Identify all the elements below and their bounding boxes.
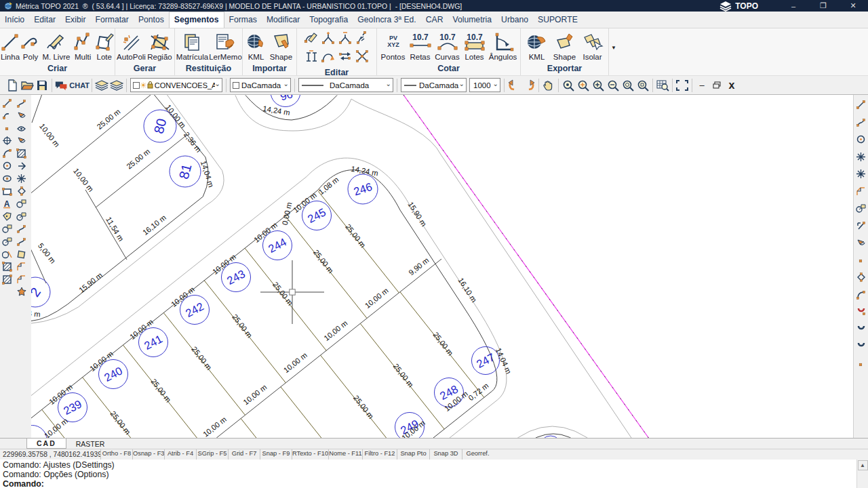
svg-text:10,00 m: 10,00 m [322,319,349,342]
svg-text:9,90 m: 9,90 m [407,256,430,277]
svg-text:15,90 m: 15,90 m [406,201,428,228]
svg-text:14,04 m: 14,04 m [199,160,216,188]
svg-text:25,00 m: 25,00 m [125,147,151,171]
svg-text:25,00 m: 25,00 m [392,362,415,388]
svg-text:25,00 m: 25,00 m [95,107,121,131]
svg-text:25,00 m: 25,00 m [231,312,254,339]
svg-text:16,10 m: 16,10 m [141,214,167,237]
svg-text:10.7: 10.7 [467,33,483,42]
svg-text:10,00 m: 10,00 m [43,417,69,438]
svg-text:25,00 m: 25,00 m [190,345,213,371]
svg-text:25,00 m: 25,00 m [344,222,367,249]
svg-text:239: 239 [62,397,84,417]
svg-text:80: 80 [151,117,169,135]
svg-text:1,08 m: 1,08 m [317,176,340,197]
svg-text:15,90 m: 15,90 m [77,271,104,295]
svg-text:PV: PV [389,35,397,41]
svg-text:240: 240 [102,364,125,384]
svg-text:XYZ: XYZ [387,41,399,48]
svg-text:241: 241 [142,332,165,352]
svg-text:10.7: 10.7 [412,33,429,42]
svg-text:10.7: 10.7 [439,33,456,42]
svg-text:4 m: 4 m [31,309,41,318]
svg-text:14,24 m: 14,24 m [262,104,291,117]
svg-text:246: 246 [352,180,374,198]
svg-text:10,00 m: 10,00 m [38,122,61,148]
svg-text:2,36 m: 2,36 m [182,130,203,153]
svg-text:245: 245 [306,205,328,225]
svg-text:244: 244 [267,235,289,255]
svg-text:14,04 m: 14,04 m [494,346,513,375]
svg-text:25,00 m: 25,00 m [149,378,172,404]
svg-text:2: 2 [31,285,43,300]
svg-text:25,00 m: 25,00 m [312,248,335,274]
svg-text:247: 247 [475,350,497,370]
svg-text:10,00 m: 10,00 m [241,383,268,407]
svg-text:0,72 m: 0,72 m [467,382,490,403]
svg-text:81: 81 [176,162,194,180]
svg-text:11,54 m: 11,54 m [104,216,125,243]
svg-text:5,00 m: 5,00 m [37,241,58,264]
svg-text:96: 96 [279,95,294,102]
svg-text:10,00 m: 10,00 m [282,351,309,375]
svg-text:16,10 m: 16,10 m [456,277,478,304]
svg-text:10,00 m: 10,00 m [201,415,228,438]
svg-text:10,00 m: 10,00 m [72,167,95,193]
svg-text:25,00 m: 25,00 m [108,409,132,436]
svg-text:25,00 m: 25,00 m [352,394,375,420]
svg-text:25,00 m: 25,00 m [431,331,454,357]
svg-text:10,00 m: 10,00 m [363,286,390,310]
svg-text:243: 243 [225,267,248,287]
svg-text:242: 242 [184,300,206,319]
svg-text:0,00 m: 0,00 m [281,201,294,226]
